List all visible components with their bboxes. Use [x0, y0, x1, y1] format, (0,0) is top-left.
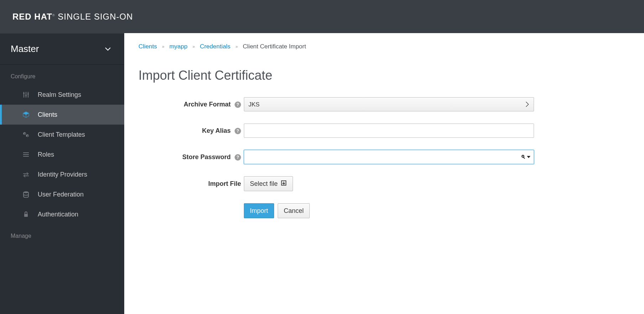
realm-name: Master [11, 43, 39, 54]
row-key-alias: Key Alias ? [138, 124, 630, 138]
lock-icon [22, 210, 30, 218]
archive-format-select[interactable]: JKS [244, 97, 534, 111]
row-archive-format: Archive Format ? JKS [138, 97, 630, 111]
cancel-button[interactable]: Cancel [278, 203, 310, 218]
help-icon[interactable]: ? [235, 101, 241, 108]
sidebar-item-identity-providers[interactable]: Identity Providers [0, 164, 124, 184]
breadcrumb-sep-icon: » [193, 44, 195, 49]
breadcrumb-credentials[interactable]: Credentials [200, 43, 230, 50]
sidebar-item-label: Identity Providers [38, 171, 87, 178]
chevron-down-icon [105, 46, 111, 52]
store-password-wrap [244, 150, 534, 164]
breadcrumb-current: Client Certificate Import [243, 43, 306, 50]
breadcrumb: Clients » myapp » Credentials » Client C… [138, 43, 630, 50]
label-import-file: Import File [138, 180, 244, 188]
svg-point-5 [27, 93, 29, 95]
realm-selector[interactable]: Master [0, 33, 124, 65]
svg-rect-7 [23, 154, 29, 155]
sidebar-item-authentication[interactable]: Authentication [0, 204, 124, 224]
breadcrumb-sep-icon: » [235, 44, 238, 49]
sidebar-item-label: User Federation [38, 191, 84, 198]
action-buttons: Import Cancel [244, 203, 534, 218]
sidebar-item-label: Authentication [38, 211, 78, 218]
svg-point-4 [25, 95, 27, 96]
row-actions: Import Cancel [138, 203, 630, 218]
brand-logo: RED HAT® SINGLE SIGN-ON [12, 12, 133, 22]
exchange-icon [22, 171, 30, 178]
label-store-password: Store Password ? [138, 153, 244, 161]
sidebar-item-label: Clients [38, 111, 57, 119]
svg-point-3 [23, 93, 25, 94]
key-icon[interactable] [521, 155, 530, 159]
section-configure-label: Configure [0, 65, 124, 85]
breadcrumb-sep-icon: » [162, 44, 164, 49]
archive-format-select-wrap: JKS [244, 97, 534, 111]
brand-reg: ® [52, 14, 55, 17]
brand-bold: RED HAT [12, 12, 52, 21]
main-content: Clients » myapp » Credentials » Client C… [124, 33, 644, 314]
svg-rect-8 [23, 156, 29, 157]
help-icon[interactable]: ? [235, 128, 241, 134]
sidebar-item-user-federation[interactable]: User Federation [0, 184, 124, 204]
list-icon [22, 151, 30, 158]
import-button[interactable]: Import [244, 203, 274, 218]
label-archive-format: Archive Format ? [138, 101, 244, 108]
brand-thin: SINGLE SIGN-ON [58, 12, 133, 21]
sidebar-item-label: Realm Settings [38, 91, 81, 99]
sidebar-item-realm-settings[interactable]: Realm Settings [0, 85, 124, 105]
svg-point-9 [23, 192, 28, 193]
cube-icon [22, 111, 30, 119]
label-key-alias: Key Alias ? [138, 127, 244, 135]
import-file-wrap: Select file [244, 176, 534, 191]
row-store-password: Store Password ? [138, 150, 630, 164]
import-icon [281, 180, 287, 188]
sidebar-item-client-templates[interactable]: Client Templates [0, 125, 124, 145]
sidebar-item-label: Client Templates [38, 131, 85, 138]
svg-rect-6 [23, 152, 29, 153]
help-icon[interactable]: ? [235, 154, 241, 161]
key-alias-wrap [244, 124, 534, 138]
svg-rect-10 [24, 214, 28, 217]
sidebar-item-clients[interactable]: Clients [0, 105, 124, 125]
sidebar-item-label: Roles [38, 151, 54, 158]
key-alias-input[interactable] [244, 124, 534, 138]
select-file-button[interactable]: Select file [244, 176, 293, 191]
app-header: RED HAT® SINGLE SIGN-ON [0, 0, 644, 33]
sidebar: Master Configure Realm Settings Clients … [0, 33, 124, 314]
sliders-icon [22, 91, 30, 99]
breadcrumb-clients[interactable]: Clients [138, 43, 157, 50]
page-title: Import Client Certificate [138, 68, 630, 83]
row-import-file: Import File Select file [138, 176, 630, 191]
cubes-icon [22, 131, 30, 138]
database-icon [22, 190, 30, 198]
section-manage-label: Manage [0, 224, 124, 244]
layout: Master Configure Realm Settings Clients … [0, 33, 644, 314]
sidebar-item-roles[interactable]: Roles [0, 145, 124, 164]
store-password-input[interactable] [244, 150, 534, 164]
breadcrumb-app[interactable]: myapp [169, 43, 188, 50]
